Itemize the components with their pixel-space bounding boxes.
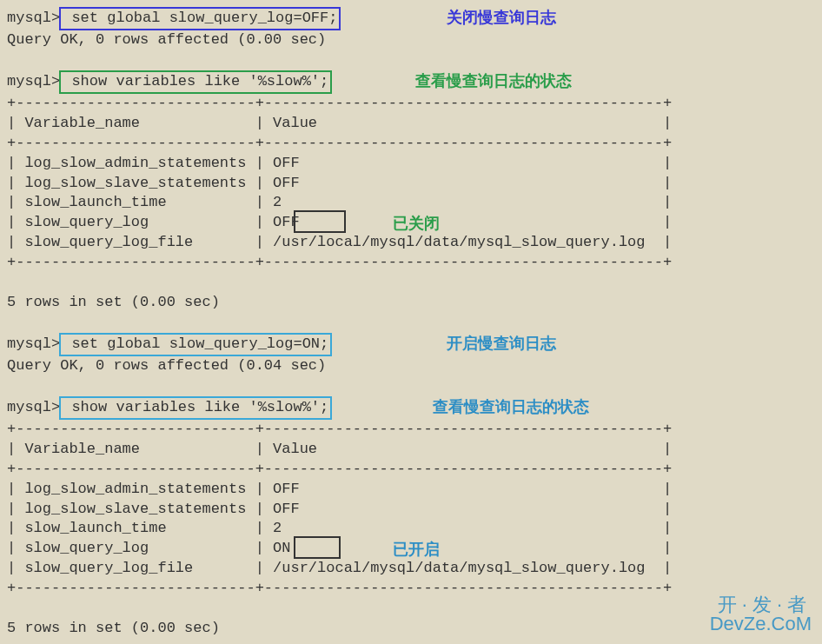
rows-in-set: 5 rows in set (0.00 sec) — [7, 619, 815, 639]
prompt: mysql> — [7, 73, 60, 90]
table-row: | log_slow_admin_statements | OFF | — [7, 480, 815, 500]
prompt: mysql> — [7, 399, 60, 415]
table-divider: +---------------------------+-----------… — [7, 94, 815, 114]
table-row: | slow_query_log_file | /usr/local/mysql… — [7, 233, 815, 253]
prompt: mysql> — [7, 335, 60, 352]
cmd-show1-box: show variables like '%slow%'; — [59, 70, 332, 94]
table-row-slow-query-off: | slow_query_log | OFF |已关闭 — [7, 213, 815, 233]
table-row: | slow_launch_time | 2 | — [7, 519, 815, 539]
table-divider: +---------------------------+-----------… — [7, 253, 815, 273]
table-divider: +---------------------------+-----------… — [7, 420, 815, 440]
prompt: mysql> — [7, 10, 60, 26]
rows-in-set: 5 rows in set (0.00 sec) — [7, 293, 815, 313]
table-divider: +---------------------------+-----------… — [7, 460, 815, 480]
watermark: 开·发·者 DevZe.CoM — [710, 595, 812, 634]
cmd-show2-line: mysql> show variables like '%slow%';查看慢查… — [7, 396, 815, 420]
table-row: | log_slow_slave_statements | OFF | — [7, 500, 815, 520]
table-row: | log_slow_slave_statements | OFF | — [7, 174, 815, 194]
cmd-set-on-box: set global slow_query_log=ON; — [59, 333, 332, 356]
cmd-set-on-line: mysql> set global slow_query_log=ON;开启慢查… — [7, 333, 815, 356]
watermark-line2: DevZe.CoM — [710, 614, 812, 634]
table-divider: +---------------------------+-----------… — [7, 579, 815, 599]
annotation-show1: 查看慢查询日志的状态 — [415, 70, 572, 91]
cmd-set-off-box: set global slow_query_log=OFF; — [59, 7, 341, 30]
table-header: | Variable_name | Value | — [7, 440, 815, 460]
table-header: | Variable_name | Value | — [7, 114, 815, 134]
cmd-show1-line: mysql> show variables like '%slow%';查看慢查… — [7, 70, 815, 94]
annotation-on: 开启慢查询日志 — [447, 333, 556, 354]
annotation-closed: 已关闭 — [393, 213, 440, 234]
table-row: | slow_launch_time | 2 | — [7, 193, 815, 213]
result-ok-2: Query OK, 0 rows affected (0.04 sec) — [7, 356, 815, 376]
result-ok-1: Query OK, 0 rows affected (0.00 sec) — [7, 30, 815, 50]
table-row-slow-query-on: | slow_query_log | ON |已开启 — [7, 539, 815, 559]
table-row: | slow_query_log_file | /usr/local/mysql… — [7, 559, 815, 579]
table-divider: +---------------------------+-----------… — [7, 134, 815, 154]
annotation-show2: 查看慢查询日志的状态 — [433, 396, 589, 417]
table-row: | log_slow_admin_statements | OFF | — [7, 154, 815, 174]
watermark-line1: 开·发·者 — [710, 595, 812, 614]
value-on-box — [294, 536, 341, 559]
value-off-box — [294, 210, 346, 233]
annotation-opened: 已开启 — [393, 539, 440, 560]
annotation-off: 关闭慢查询日志 — [447, 7, 556, 28]
cmd-set-off-line: mysql> set global slow_query_log=OFF;关闭慢… — [7, 7, 815, 30]
cmd-show2-box: show variables like '%slow%'; — [59, 396, 332, 420]
